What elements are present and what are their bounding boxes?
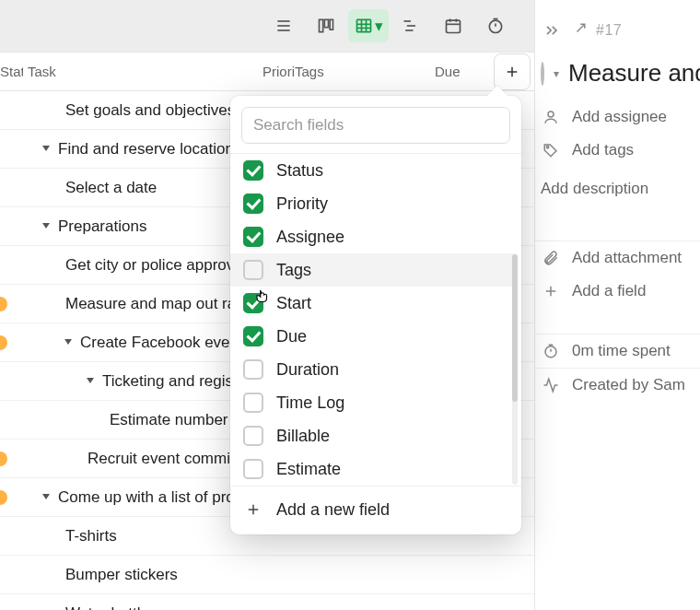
task-name-label: Recruit event committee/volunteers (88, 450, 239, 467)
open-external-icon[interactable] (570, 22, 587, 39)
task-name[interactable]: Estimate number of attendees (23, 411, 239, 429)
add-a-field-row[interactable]: Add a field (535, 275, 700, 308)
field-option-label: Priority (276, 194, 328, 214)
disclosure-triangle-icon[interactable] (42, 223, 50, 229)
task-name-label: Ticketing and registration (102, 372, 239, 390)
disclosure-triangle-icon[interactable] (42, 494, 50, 499)
checkbox[interactable] (243, 194, 263, 214)
plus-icon (243, 499, 263, 520)
time-spent-label: 0m time spent (572, 342, 671, 360)
disclosure-triangle-icon[interactable] (64, 339, 72, 345)
created-by-label: Created by Sam (572, 376, 685, 394)
paperclip-icon (541, 250, 561, 266)
checkbox[interactable] (243, 160, 263, 181)
status-circle-icon[interactable] (541, 62, 544, 86)
view-timer-button[interactable] (475, 9, 516, 42)
task-name[interactable]: Measure and map out race course (23, 295, 239, 313)
task-name-label: Preparations (58, 217, 146, 235)
column-header-tags[interactable]: Tags (295, 64, 435, 79)
checkbox[interactable] (243, 260, 263, 280)
column-header-due[interactable]: Due (435, 64, 494, 79)
task-name[interactable]: Find and reserve location (23, 140, 239, 158)
view-spreadsheet-button[interactable]: ▾ (348, 9, 389, 42)
created-by-row: Created by Sam (535, 369, 700, 402)
field-option-status[interactable]: Status (230, 154, 516, 187)
chevron-down-icon[interactable]: ▾ (554, 67, 559, 80)
disclosure-triangle-icon[interactable] (87, 378, 94, 383)
task-name[interactable]: T-shirts (23, 527, 239, 545)
task-name-label: Water bottles (65, 604, 158, 611)
add-attachment-row[interactable]: Add attachment (535, 241, 700, 275)
view-timeline-button[interactable] (391, 9, 431, 42)
add-assignee-row[interactable]: Add assignee (535, 100, 700, 134)
field-option-duration[interactable]: Duration (230, 353, 516, 386)
field-option-priority[interactable]: Priority (230, 187, 516, 220)
disclosure-triangle-icon[interactable] (42, 146, 50, 151)
add-column-button[interactable] (494, 53, 531, 90)
task-name[interactable]: Create Facebook event and begin marketin… (23, 334, 239, 352)
svg-rect-6 (356, 19, 370, 31)
add-tags-row[interactable]: Add tags (535, 134, 700, 167)
checkbox[interactable] (243, 393, 263, 413)
add-description-row[interactable]: Add description (535, 167, 700, 240)
task-name[interactable]: Recruit event committee/volunteers (23, 450, 239, 468)
field-option-assignee[interactable]: Assignee (230, 220, 516, 253)
task-name[interactable]: Set goals and objectives (23, 101, 239, 120)
field-option-tags[interactable]: Tags (230, 253, 516, 287)
column-header-status[interactable]: Stat (0, 64, 23, 79)
field-option-estimate[interactable]: Estimate (230, 452, 516, 486)
fields-list[interactable]: StatusPriorityAssigneeTagsStartDueDurati… (230, 153, 521, 486)
svg-rect-3 (320, 19, 323, 31)
checkbox[interactable] (243, 359, 263, 380)
field-option-label: Duration (276, 360, 339, 380)
task-row[interactable]: Bumper stickers (0, 556, 534, 594)
checkbox[interactable] (243, 227, 263, 247)
tag-icon (541, 142, 561, 158)
task-row[interactable]: Water bottles (0, 594, 534, 610)
svg-rect-14 (447, 20, 461, 32)
task-title[interactable]: Measure and map out race course (568, 59, 700, 88)
add-attachment-label: Add attachment (572, 249, 682, 267)
task-name[interactable]: Preparations (23, 217, 239, 236)
checkbox[interactable] (243, 293, 263, 313)
checkbox[interactable] (243, 426, 263, 446)
fields-popover: StatusPriorityAssigneeTagsStartDueDurati… (230, 96, 521, 534)
task-name[interactable]: Bumper stickers (23, 566, 239, 584)
task-name[interactable]: Water bottles (23, 604, 239, 611)
task-name[interactable]: Come up with a list of promotional items (23, 488, 239, 507)
timeline-icon (402, 17, 420, 35)
field-option-due[interactable]: Due (230, 320, 516, 353)
task-name[interactable]: Ticketing and registration (23, 372, 239, 391)
field-option-label: Status (276, 161, 323, 181)
column-header-task[interactable]: Task (23, 64, 262, 79)
field-option-billable[interactable]: Billable (230, 419, 516, 452)
field-option-label: Due (276, 327, 307, 346)
plus-icon (541, 283, 561, 299)
add-new-field-row[interactable]: Add a new field (230, 486, 521, 534)
status-dot-icon (0, 335, 7, 350)
task-title-row: ▾ Measure and map out race course (535, 52, 700, 100)
scrollbar[interactable] (512, 254, 518, 485)
scrollbar-thumb[interactable] (512, 254, 518, 402)
expand-icon[interactable] (542, 21, 561, 40)
field-option-label: Time Log (276, 393, 344, 413)
chevron-down-icon: ▾ (375, 17, 383, 36)
task-name[interactable]: Get city or police approval (23, 256, 239, 275)
view-list-button[interactable] (263, 9, 304, 42)
svg-rect-4 (324, 19, 328, 27)
status-dot-icon (0, 490, 7, 505)
task-name[interactable]: Select a date (23, 179, 239, 197)
checkbox[interactable] (243, 326, 263, 346)
view-calendar-button[interactable] (433, 9, 473, 42)
time-spent-row[interactable]: 0m time spent (535, 334, 700, 368)
view-board-button[interactable] (306, 9, 346, 42)
search-fields-input[interactable] (241, 107, 510, 144)
column-header-priority[interactable]: Priority (262, 64, 295, 79)
spreadsheet-icon (355, 17, 373, 35)
task-name-label: Set goals and objectives (65, 101, 235, 119)
task-name-label: Measure and map out race course (65, 295, 239, 312)
checkbox[interactable] (243, 459, 263, 479)
field-option-start[interactable]: Start (230, 287, 516, 320)
field-option-time-log[interactable]: Time Log (230, 386, 516, 419)
field-option-label: Billable (276, 427, 330, 446)
